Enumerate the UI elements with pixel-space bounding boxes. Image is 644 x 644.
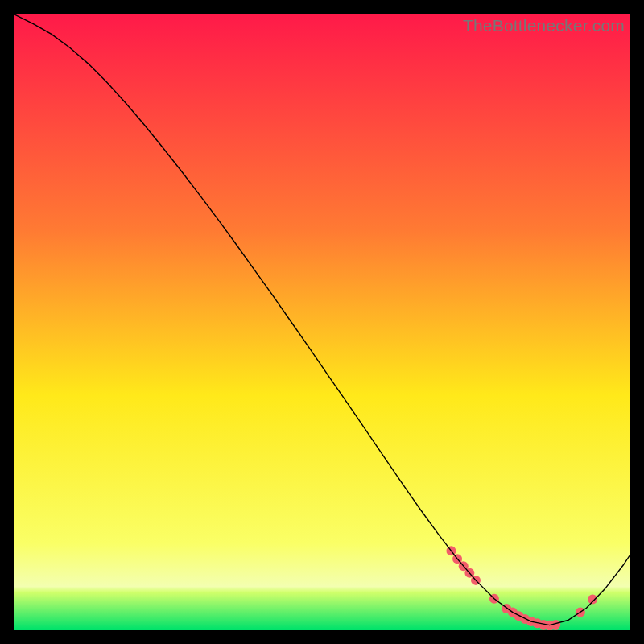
watermark-label: TheBottlenecker.com	[463, 16, 625, 35]
data-marker	[588, 595, 597, 605]
chart-frame: TheBottlenecker.com	[14, 14, 630, 630]
gradient-background	[14, 14, 630, 630]
chart-svg	[14, 14, 630, 630]
